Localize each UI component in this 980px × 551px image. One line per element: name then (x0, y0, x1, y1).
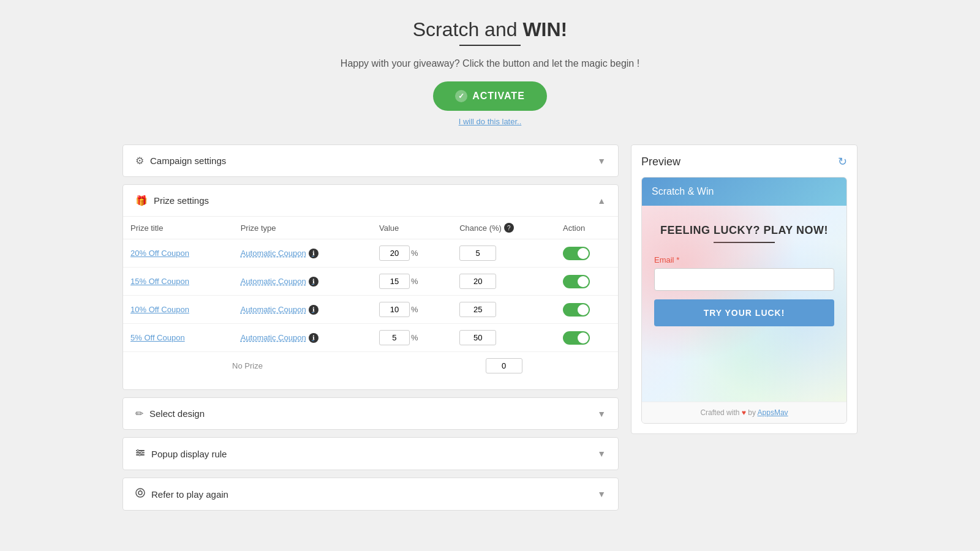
refer-to-play-label: Refer to play again (151, 489, 228, 500)
type-info-icon-10[interactable]: ℹ (309, 305, 318, 315)
check-icon: ✓ (455, 90, 467, 102)
select-design-icon: ✏ (135, 408, 143, 419)
refer-to-play-header[interactable]: Refer to play again ▼ (123, 478, 618, 510)
svg-point-3 (137, 450, 139, 452)
prize-type-20[interactable]: Automatic Coupon ℹ (241, 249, 364, 258)
refresh-icon[interactable]: ↻ (838, 155, 847, 168)
prize-settings-icon: 🎁 (135, 195, 148, 206)
value-unit-5: % (411, 333, 418, 342)
header: Scratch and WIN! Happy with your giveawa… (123, 18, 858, 126)
value-input-15[interactable] (379, 274, 410, 289)
type-info-icon-5[interactable]: ℹ (309, 333, 318, 343)
chance-input-5[interactable] (459, 330, 496, 345)
email-required: * (676, 255, 679, 264)
select-design-label: Select design (149, 408, 205, 419)
value-unit-15: % (411, 277, 418, 286)
prize-type-15[interactable]: Automatic Coupon ℹ (241, 277, 364, 287)
col-prize-type: Prize type (233, 217, 372, 239)
activate-button[interactable]: ✓ ACTIVATE (433, 81, 547, 111)
chance-input-15[interactable] (459, 274, 496, 289)
preview-email-input[interactable] (654, 268, 834, 291)
popup-display-chevron: ▼ (597, 449, 606, 459)
footer-text: Crafted with (700, 408, 739, 417)
table-row: 15% Off Coupon Automatic Coupon ℹ (123, 268, 618, 296)
prize-settings-chevron: ▲ (597, 196, 606, 206)
value-input-20[interactable] (379, 246, 410, 261)
table-row: 10% Off Coupon Automatic Coupon ℹ (123, 296, 618, 324)
page-title: Scratch and WIN! (123, 18, 858, 41)
toggle-5[interactable] (563, 331, 590, 345)
activate-label: ACTIVATE (472, 91, 525, 102)
svg-point-4 (141, 452, 143, 454)
popup-display-accordion: Popup display rule ▼ (123, 437, 619, 470)
col-prize-title: Prize title (123, 217, 233, 239)
title-underline (459, 45, 521, 46)
campaign-settings-icon: ⚙ (135, 155, 144, 167)
value-input-5[interactable] (379, 330, 410, 345)
popup-display-header[interactable]: Popup display rule ▼ (123, 438, 618, 470)
chance-input-no-prize[interactable] (486, 358, 522, 373)
col-value: Value (372, 217, 452, 239)
prize-type-10[interactable]: Automatic Coupon ℹ (241, 305, 364, 315)
prize-settings-label: Prize settings (154, 195, 209, 206)
prize-title-10[interactable]: 10% Off Coupon (130, 305, 189, 314)
select-design-chevron: ▼ (597, 409, 606, 419)
later-link[interactable]: I will do this later.. (123, 117, 858, 126)
chance-info-icon[interactable]: ? (504, 223, 514, 233)
type-info-icon-20[interactable]: ℹ (309, 249, 318, 258)
heart-icon: ♥ (742, 408, 748, 417)
prize-title-20[interactable]: 20% Off Coupon (130, 249, 189, 258)
email-label-text: Email (654, 255, 674, 264)
svg-point-7 (138, 491, 142, 495)
preview-card-title: Scratch & Win (652, 186, 714, 197)
table-row: 5% Off Coupon Automatic Coupon ℹ (123, 324, 618, 352)
preview-title: Preview (641, 156, 680, 168)
preview-card-body: FEELING LUCKY? PLAY NOW! Email * TRY YOU… (642, 206, 846, 402)
preview-email-label: Email * (654, 255, 834, 264)
preview-card: Scratch & Win FEELING LUCKY? PLAY NOW! E… (641, 177, 847, 424)
appsmav-link[interactable]: AppsMav (758, 408, 788, 417)
table-row: 20% Off Coupon Automatic Coupon ℹ (123, 239, 618, 268)
value-unit-10: % (411, 305, 418, 314)
campaign-settings-header[interactable]: ⚙ Campaign settings ▼ (123, 145, 618, 176)
prize-table: Prize title Prize type Value Chance (%) … (123, 217, 618, 380)
campaign-settings-accordion: ⚙ Campaign settings ▼ (123, 144, 619, 177)
no-prize-row: No Prize (123, 352, 618, 380)
col-action: Action (556, 217, 618, 239)
campaign-settings-chevron: ▼ (597, 156, 606, 166)
preview-panel: Preview ↻ Scratch & Win FEELING LUCKY? P… (631, 144, 858, 434)
popup-display-icon (135, 448, 145, 460)
title-plain: Scratch and (413, 18, 523, 40)
preview-try-button[interactable]: TRY YOUR LUCK! (654, 299, 834, 326)
chance-input-10[interactable] (459, 302, 496, 317)
prize-title-15[interactable]: 15% Off Coupon (130, 277, 189, 286)
preview-divider (714, 242, 775, 243)
page-container: Scratch and WIN! Happy with your giveawa… (123, 18, 858, 511)
main-layout: ⚙ Campaign settings ▼ 🎁 Prize settings ▲ (123, 144, 858, 511)
refer-to-play-icon (135, 488, 145, 500)
left-panel: ⚙ Campaign settings ▼ 🎁 Prize settings ▲ (123, 144, 619, 511)
preview-card-header: Scratch & Win (642, 178, 846, 206)
value-input-10[interactable] (379, 302, 410, 317)
type-info-icon-15[interactable]: ℹ (309, 277, 318, 287)
popup-display-label: Popup display rule (151, 449, 227, 459)
toggle-10[interactable] (563, 303, 590, 317)
preview-card-footer: Crafted with ♥ by AppsMav (642, 402, 846, 423)
no-prize-label: No Prize (123, 352, 372, 380)
toggle-15[interactable] (563, 275, 590, 288)
prize-settings-body: Prize title Prize type Value Chance (%) … (123, 216, 618, 389)
header-subtitle: Happy with your giveaway? Click the butt… (123, 58, 858, 69)
prize-type-5[interactable]: Automatic Coupon ℹ (241, 333, 364, 343)
preview-feeling-lucky: FEELING LUCKY? PLAY NOW! (654, 224, 834, 237)
campaign-settings-label: Campaign settings (150, 156, 226, 166)
svg-point-5 (139, 454, 141, 456)
prize-title-5[interactable]: 5% Off Coupon (130, 333, 185, 342)
refer-to-play-accordion: Refer to play again ▼ (123, 478, 619, 511)
prize-settings-accordion: 🎁 Prize settings ▲ Prize title Prize typ… (123, 184, 619, 390)
col-chance: Chance (%) ? (452, 217, 556, 239)
prize-settings-header[interactable]: 🎁 Prize settings ▲ (123, 185, 618, 216)
select-design-header[interactable]: ✏ Select design ▼ (123, 398, 618, 429)
toggle-20[interactable] (563, 247, 590, 260)
chance-input-20[interactable] (459, 246, 496, 261)
select-design-accordion: ✏ Select design ▼ (123, 397, 619, 430)
